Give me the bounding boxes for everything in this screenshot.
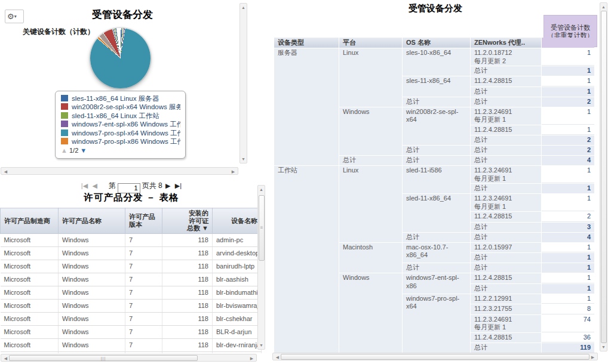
vertical-scroll-thumb[interactable]: ≡ <box>259 195 265 261</box>
table-cell: sled-11-i586 <box>403 166 470 193</box>
device-horizontal-scrollbar[interactable]: ◀ ▶ <box>272 353 598 360</box>
table-cell: 7 <box>125 260 162 273</box>
table-row[interactable]: MicrosoftWindows7118admin-pc <box>1 233 262 246</box>
table-cell: 总计 <box>471 156 541 165</box>
horizontal-scroll-thumb[interactable] <box>281 354 589 360</box>
last-page-button[interactable]: ▶| <box>174 182 183 189</box>
scroll-up-icon[interactable]: ▲ <box>258 186 265 193</box>
legend-color-chip <box>61 95 68 101</box>
device-panel-title: 受管设备分发 <box>274 3 597 14</box>
column-header[interactable]: 设备类型 <box>274 38 339 48</box>
table-cell: win2008r2-se-spl-x64 <box>403 107 470 146</box>
legend-item[interactable]: windows7-pro-spl-x86 Windows 工作站 <box>61 137 180 146</box>
table-cell: 总计 <box>403 146 470 155</box>
table-row[interactable] <box>1 351 262 353</box>
scroll-right-icon[interactable]: ▶ <box>589 354 596 360</box>
device-table-container: 设备类型平台OS 名称ZENworks 代理.. 服务器Linuxsles-10… <box>274 37 598 353</box>
table-cell <box>213 351 262 353</box>
table-cell: 11.2.0.18712 每月更新 2 <box>471 48 541 66</box>
next-page-button[interactable]: ▶ <box>164 182 171 189</box>
scroll-left-icon[interactable]: ◀ <box>2 355 9 362</box>
scroll-down-icon[interactable]: ▼ <box>258 342 265 348</box>
legend-label: sled-11-x86_64 Linux 工作站 <box>72 112 159 119</box>
table-row[interactable]: MicrosoftWindows7118arvind-desktop <box>1 246 262 260</box>
table-row[interactable]: MicrosoftWindows7118blr-bindumathi <box>1 286 262 299</box>
legend-item[interactable]: sled-11-x86_64 Linux 工作站 <box>61 112 180 120</box>
pie-panel-vertical-scrollbar[interactable]: ▲ ▼ <box>239 3 247 164</box>
device-count-cell: 8 <box>542 304 594 314</box>
device-count-cell: 2 <box>542 212 594 222</box>
table-cell: 7 <box>125 273 162 286</box>
table-cell: 11.2.3.24691 每月更新 1 <box>471 194 541 211</box>
table-cell: 工作站 <box>274 166 339 353</box>
table-cell: windows7-ent-spl-x86 <box>403 273 470 294</box>
device-count-cell: 1 <box>542 66 594 76</box>
legend-label: windows7-ent-spl-x86 Windows 工作站 <box>72 121 180 128</box>
scroll-left-icon[interactable]: ◀ <box>274 354 281 360</box>
table-cell: 11.2.3.24691 每月更新 1 <box>471 166 541 183</box>
legend-color-chip <box>61 138 68 144</box>
table-cell: 11.2.3.21755 <box>471 304 541 314</box>
panel-settings-button[interactable]: ⚙▾ <box>5 10 24 23</box>
scroll-left-icon[interactable]: ◀ <box>2 168 9 175</box>
device-count-cell: 4 <box>542 233 594 242</box>
table-cell: 118 <box>162 286 213 299</box>
scroll-up-icon[interactable]: ▲ <box>240 4 247 11</box>
table-cell: 服务器 <box>274 48 339 165</box>
table-row[interactable]: MicrosoftWindows7118BLR-d-arjun <box>1 325 262 338</box>
horizontal-scroll-thumb[interactable]: ||| <box>9 355 198 361</box>
pie-chart[interactable] <box>90 28 151 88</box>
legend-item[interactable]: windows7-ent-spl-x86 Windows 工作站 <box>61 120 180 128</box>
device-count-cell: 36 <box>542 333 594 343</box>
device-vertical-scrollbar[interactable]: ▲ ▼ <box>600 2 607 351</box>
legend-item[interactable]: win2008r2-se-spl-x64 Windows 服务器 <box>61 103 180 111</box>
scroll-right-icon[interactable]: ▶ <box>230 168 237 175</box>
table-row[interactable]: MicrosoftWindows7118blr-aashish <box>1 273 262 286</box>
table-cell: Linux <box>339 166 402 242</box>
legend-item[interactable]: windows7-pro-spl-x64 Windows 工作站 <box>61 129 180 137</box>
table-cell: 总计 <box>403 233 470 242</box>
scroll-right-icon[interactable]: ▶ <box>248 355 255 362</box>
column-header[interactable]: 安装的 许可证 总数 ▼ <box>162 208 213 234</box>
license-vertical-scrollbar[interactable]: ▲ ≡ ▼ <box>257 185 265 350</box>
license-horizontal-scrollbar[interactable]: ◀ ||| ▶ <box>1 354 257 362</box>
table-cell: Microsoft <box>1 273 59 286</box>
pie-panel-horizontal-scrollbar[interactable]: ◀ ▶ <box>1 167 238 175</box>
legend-item[interactable]: sles-11-x86_64 Linux 服务器 <box>61 94 180 103</box>
legend-page-down-icon[interactable]: ▼ <box>80 147 87 154</box>
table-row[interactable]: MicrosoftWindows7118blr-dev-rniranjar <box>1 338 262 351</box>
device-count-cell: 1 <box>542 107 594 125</box>
device-count-cell: 1 <box>542 166 594 183</box>
legend-page-up-icon[interactable]: ▲ <box>61 147 67 154</box>
vertical-scroll-thumb[interactable] <box>601 11 607 343</box>
column-header[interactable]: OS 名称 <box>403 38 470 48</box>
scroll-down-icon[interactable]: ▼ <box>240 156 247 162</box>
table-cell: 118 <box>162 338 213 351</box>
table-cell: sles-11-x86_64 <box>403 76 470 97</box>
table-row[interactable]: MicrosoftWindows7118blr-cshekhar <box>1 312 262 325</box>
column-header[interactable]: 许可产品 版本 <box>125 208 162 234</box>
table-cell: 总计 <box>471 87 541 97</box>
scroll-down-icon[interactable]: ▼ <box>600 344 607 350</box>
table-cell: 11.2.3.24691 每月更新 1 <box>471 315 541 332</box>
table-cell: Windows <box>59 325 125 338</box>
column-header[interactable]: 许可产品名称 <box>59 208 125 234</box>
device-count-cell: 1 <box>542 125 594 135</box>
table-row[interactable]: MicrosoftWindows7118blr-bviswamraju <box>1 299 262 312</box>
column-header[interactable]: 设备名称 <box>213 208 262 234</box>
device-count-cell: 4 <box>542 156 594 165</box>
table-cell: 总计 <box>471 284 541 294</box>
column-header[interactable]: ZENworks 代理.. <box>471 38 541 48</box>
scroll-up-icon[interactable]: ▲ <box>600 4 607 10</box>
first-page-button[interactable]: |◀ <box>80 182 89 189</box>
table-row[interactable]: MicrosoftWindows7118banirudh-lptp <box>1 260 262 273</box>
table-cell: 7 <box>125 246 162 260</box>
prev-page-button[interactable]: ◀ <box>91 182 99 189</box>
device-distribution-panel: 受管设备分发 受管设备计数 （非重复计数） 设备类型平台OS 名称ZENwork… <box>268 0 608 364</box>
table-cell: Linux <box>339 48 402 107</box>
column-header[interactable]: 许可产品制造商 <box>1 208 59 234</box>
table-cell: Windows <box>339 273 402 353</box>
table-cell: 118 <box>162 312 213 325</box>
column-header[interactable]: 平台 <box>339 38 402 48</box>
license-panel-title: 许可产品分发 － 表格 <box>0 192 263 204</box>
